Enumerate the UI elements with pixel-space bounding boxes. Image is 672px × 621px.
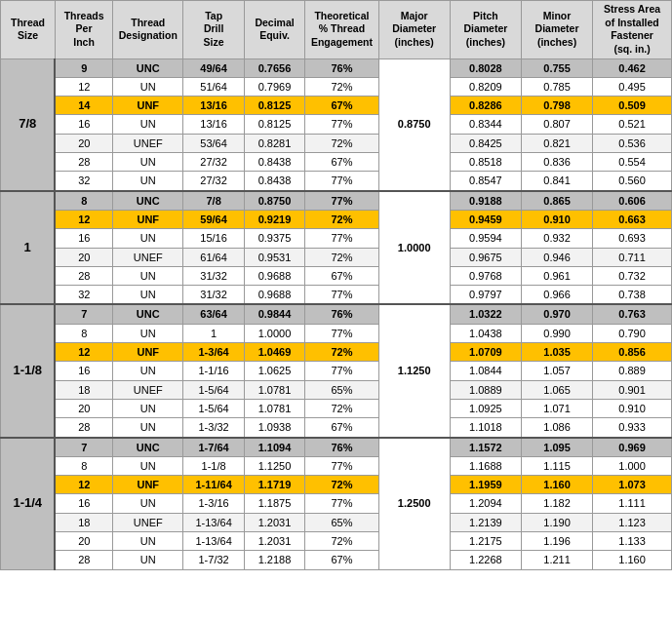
- pitch-diameter-cell: 0.9459: [450, 210, 521, 228]
- stress-area-cell: 0.536: [593, 134, 672, 152]
- decimal-cell: 0.9844: [244, 304, 304, 324]
- designation-cell: UNF: [113, 97, 183, 115]
- pitch-diameter-cell: 0.8547: [450, 172, 521, 191]
- table-row: 32UN31/320.968877%0.97970.9660.738: [1, 286, 672, 305]
- header-minor: MinorDiameter(inches): [521, 1, 592, 59]
- designation-cell: UN: [113, 551, 183, 569]
- tap-cell: 1-1/16: [183, 362, 244, 380]
- minor-diameter-cell: 1.182: [521, 494, 592, 513]
- tap-cell: 53/64: [183, 134, 244, 152]
- designation-cell: UN: [113, 324, 183, 342]
- pct-cell: 77%: [305, 286, 378, 305]
- major-diameter-cell: 1.0000: [378, 191, 450, 305]
- tap-cell: 1-3/64: [183, 343, 244, 362]
- decimal-cell: 0.8438: [244, 153, 304, 172]
- stress-area-cell: 0.606: [593, 191, 672, 211]
- tpi-cell: 9: [55, 58, 112, 77]
- major-diameter-cell: 0.8750: [378, 58, 450, 191]
- pitch-diameter-cell: 0.8344: [450, 115, 521, 134]
- decimal-cell: 0.7969: [244, 77, 304, 96]
- tap-cell: 1-7/32: [183, 551, 244, 569]
- tpi-cell: 12: [55, 476, 112, 494]
- minor-diameter-cell: 0.966: [521, 286, 592, 305]
- tpi-cell: 8: [55, 324, 112, 342]
- header-tap: TapDrillSize: [183, 1, 244, 59]
- pct-cell: 77%: [305, 115, 378, 134]
- decimal-cell: 0.9688: [244, 286, 304, 305]
- minor-diameter-cell: 0.785: [521, 77, 592, 96]
- tpi-cell: 20: [55, 399, 112, 417]
- pct-cell: 72%: [305, 343, 378, 362]
- decimal-cell: 1.2188: [244, 551, 304, 569]
- minor-diameter-cell: 0.932: [521, 229, 592, 248]
- tap-cell: 15/16: [183, 229, 244, 248]
- minor-diameter-cell: 0.910: [521, 210, 592, 228]
- tpi-cell: 20: [55, 248, 112, 266]
- tap-cell: 1-1/8: [183, 456, 244, 475]
- pct-cell: 77%: [305, 362, 378, 380]
- table-row: 16UN15/160.937577%0.95940.9320.693: [1, 229, 672, 248]
- decimal-cell: 0.9688: [244, 266, 304, 285]
- decimal-cell: 0.8438: [244, 172, 304, 191]
- pitch-diameter-cell: 1.1688: [450, 456, 521, 475]
- stress-area-cell: 0.462: [593, 58, 672, 77]
- designation-cell: UNF: [113, 476, 183, 494]
- tpi-cell: 16: [55, 115, 112, 134]
- stress-area-cell: 1.123: [593, 513, 672, 531]
- thread-size-cell: 1-1/4: [1, 438, 56, 570]
- tpi-cell: 14: [55, 97, 112, 115]
- decimal-cell: 1.0469: [244, 343, 304, 362]
- minor-diameter-cell: 1.057: [521, 362, 592, 380]
- minor-diameter-cell: 0.970: [521, 304, 592, 324]
- tpi-cell: 28: [55, 551, 112, 569]
- decimal-cell: 1.0781: [244, 399, 304, 417]
- table-row: 20UN1-5/641.078172%1.09251.0710.910: [1, 399, 672, 417]
- stress-area-cell: 1.000: [593, 456, 672, 475]
- tap-cell: 1-13/64: [183, 531, 244, 550]
- pct-cell: 76%: [305, 58, 378, 77]
- minor-diameter-cell: 0.821: [521, 134, 592, 152]
- major-diameter-cell: 1.1250: [378, 304, 450, 437]
- minor-diameter-cell: 0.807: [521, 115, 592, 134]
- designation-cell: UN: [113, 77, 183, 96]
- pct-cell: 67%: [305, 97, 378, 115]
- decimal-cell: 1.2031: [244, 531, 304, 550]
- decimal-cell: 1.1094: [244, 438, 304, 457]
- pct-cell: 77%: [305, 324, 378, 342]
- pct-cell: 72%: [305, 476, 378, 494]
- tap-cell: 59/64: [183, 210, 244, 228]
- tap-cell: 61/64: [183, 248, 244, 266]
- designation-cell: UNF: [113, 343, 183, 362]
- stress-area-cell: 0.933: [593, 418, 672, 438]
- table-row: 8UN11.000077%1.04380.9900.790: [1, 324, 672, 342]
- decimal-cell: 1.0625: [244, 362, 304, 380]
- table-row: 20UNEF61/640.953172%0.96750.9460.711: [1, 248, 672, 266]
- table-row: 12UNF1-3/641.046972%1.07091.0350.856: [1, 343, 672, 362]
- header-major: MajorDiameter(inches): [378, 1, 450, 59]
- decimal-cell: 1.1875: [244, 494, 304, 513]
- tpi-cell: 32: [55, 172, 112, 191]
- pitch-diameter-cell: 1.0889: [450, 380, 521, 399]
- stress-area-cell: 0.969: [593, 438, 672, 457]
- pct-cell: 77%: [305, 456, 378, 475]
- decimal-cell: 0.9531: [244, 248, 304, 266]
- pitch-diameter-cell: 1.2094: [450, 494, 521, 513]
- tpi-cell: 12: [55, 343, 112, 362]
- header-thread-size: ThreadSize: [1, 1, 56, 59]
- table-row: 28UN1-7/321.218867%1.22681.2111.160: [1, 551, 672, 569]
- pct-cell: 77%: [305, 494, 378, 513]
- designation-cell: UNC: [113, 304, 183, 324]
- tpi-cell: 16: [55, 494, 112, 513]
- stress-area-cell: 0.910: [593, 399, 672, 417]
- pct-cell: 77%: [305, 191, 378, 211]
- designation-cell: UN: [113, 286, 183, 305]
- pitch-diameter-cell: 1.2268: [450, 551, 521, 569]
- pitch-diameter-cell: 1.0925: [450, 399, 521, 417]
- pct-cell: 67%: [305, 153, 378, 172]
- pct-cell: 76%: [305, 304, 378, 324]
- pct-cell: 72%: [305, 134, 378, 152]
- tap-cell: 63/64: [183, 304, 244, 324]
- tpi-cell: 7: [55, 304, 112, 324]
- pitch-diameter-cell: 0.8518: [450, 153, 521, 172]
- pitch-diameter-cell: 1.1959: [450, 476, 521, 494]
